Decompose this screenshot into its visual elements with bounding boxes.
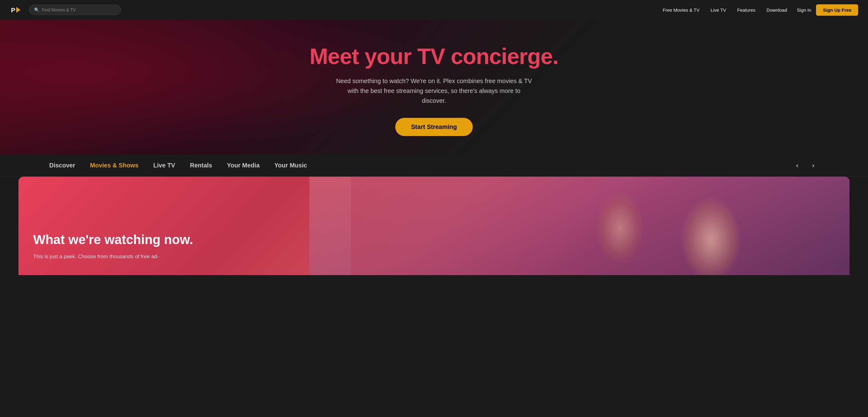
search-icon: 🔍 bbox=[34, 7, 39, 12]
nav-link-features[interactable]: Features bbox=[737, 7, 755, 12]
card-title: What we're watching now. bbox=[33, 232, 193, 247]
tab-discover[interactable]: Discover bbox=[49, 154, 83, 176]
nav-link-download[interactable]: Download bbox=[767, 7, 787, 12]
navbar: P 🔍 Free Movies & TV Live TV Features Do… bbox=[0, 0, 868, 20]
svg-text:P: P bbox=[11, 6, 16, 13]
hero-section: Meet your TV concierge. Need something t… bbox=[0, 20, 868, 154]
tab-live-tv[interactable]: Live TV bbox=[146, 154, 182, 176]
plex-logo-svg: P bbox=[10, 4, 22, 16]
logo[interactable]: P bbox=[10, 4, 22, 16]
search-bar[interactable]: 🔍 bbox=[29, 5, 121, 15]
nav-links: Free Movies & TV Live TV Features Downlo… bbox=[663, 7, 787, 12]
tab-movies-shows[interactable]: Movies & Shows bbox=[83, 154, 146, 176]
face-highlight-2 bbox=[595, 191, 644, 265]
tab-your-media[interactable]: Your Media bbox=[220, 154, 267, 176]
hero-subtitle: Need something to watch? We're on it. Pl… bbox=[336, 76, 532, 106]
nav-link-free-movies[interactable]: Free Movies & TV bbox=[663, 7, 700, 12]
tab-rentals[interactable]: Rentals bbox=[182, 154, 219, 176]
people-silhouette bbox=[309, 177, 849, 275]
signin-link[interactable]: Sign In bbox=[797, 7, 811, 12]
content-card-image bbox=[309, 177, 849, 275]
category-tabs: Discover Movies & Shows Live TV Rentals … bbox=[0, 154, 868, 177]
plex-logo: P bbox=[10, 4, 22, 16]
card-description: This is just a peek. Choose from thousan… bbox=[33, 253, 193, 261]
tab-nav-arrows: ‹ › bbox=[792, 160, 819, 171]
tab-your-music[interactable]: Your Music bbox=[267, 154, 314, 176]
card-text: What we're watching now. This is just a … bbox=[33, 232, 193, 260]
tab-prev-arrow[interactable]: ‹ bbox=[792, 160, 803, 171]
start-streaming-button[interactable]: Start Streaming bbox=[395, 118, 473, 136]
content-card: What we're watching now. This is just a … bbox=[19, 177, 849, 275]
tab-next-arrow[interactable]: › bbox=[808, 160, 819, 171]
hero-title: Meet your TV concierge. bbox=[309, 44, 558, 69]
content-section: What we're watching now. This is just a … bbox=[0, 177, 868, 275]
nav-link-live-tv[interactable]: Live TV bbox=[711, 7, 726, 12]
search-input[interactable] bbox=[42, 7, 116, 12]
signup-button[interactable]: Sign Up Free bbox=[816, 4, 858, 16]
